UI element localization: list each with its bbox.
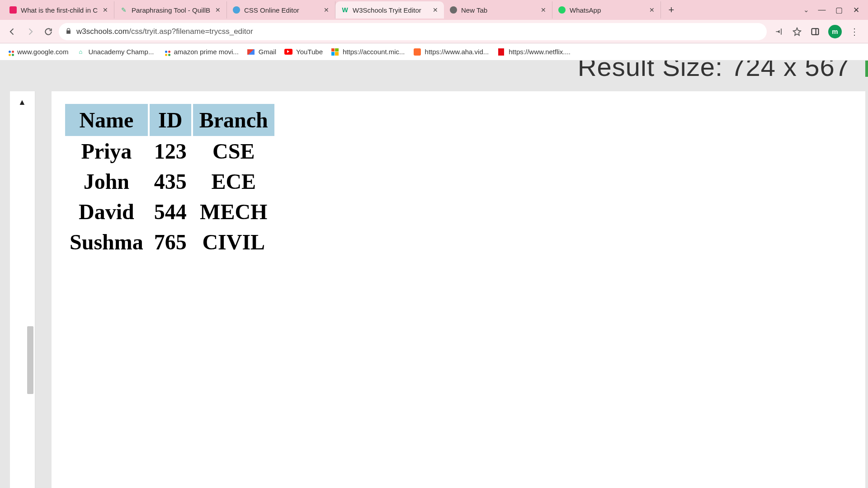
close-icon[interactable]: ✕ xyxy=(431,6,439,14)
cell-name: Priya xyxy=(65,136,148,166)
bookmark-amazon[interactable]: amazon prime movi... xyxy=(162,48,238,56)
google-icon xyxy=(5,48,14,56)
table-row: John 435 ECE xyxy=(65,166,274,197)
cell-id: 123 xyxy=(150,136,191,166)
result-table: Name ID Branch Priya 123 CSE John 435 EC… xyxy=(63,104,276,257)
svg-rect-0 xyxy=(812,28,819,34)
tab-firstchild[interactable]: What is the first-child in C ✕ xyxy=(4,1,114,19)
tab-bar: What is the first-child in C ✕ ✎ Paraphr… xyxy=(0,0,868,20)
netflix-icon xyxy=(497,48,505,56)
cell-name: David xyxy=(65,197,148,227)
favicon-icon xyxy=(558,6,566,14)
maximize-button[interactable]: ▢ xyxy=(835,5,844,14)
table-row: Priya 123 CSE xyxy=(65,136,274,166)
forward-button[interactable] xyxy=(23,24,38,39)
collapse-up-icon[interactable]: ▲ xyxy=(18,98,26,107)
cell-id: 435 xyxy=(150,166,191,197)
url-path: /css/tryit.asp?filename=trycss_editor xyxy=(129,27,253,36)
close-icon[interactable]: ✕ xyxy=(214,6,222,14)
bookmark-aha[interactable]: https://www.aha.vid... xyxy=(413,48,489,56)
scrollbar-thumb[interactable] xyxy=(865,61,868,77)
close-icon[interactable]: ✕ xyxy=(322,6,330,14)
minimize-button[interactable]: — xyxy=(817,5,826,14)
scrollbar-thumb[interactable] xyxy=(27,326,33,394)
col-branch: Branch xyxy=(193,104,274,136)
bookmark-label: Gmail xyxy=(259,48,276,56)
chevron-down-icon[interactable]: ⌄ xyxy=(803,6,809,14)
avatar[interactable]: m xyxy=(828,25,842,38)
lock-icon xyxy=(65,28,72,36)
bookmark-label: YouTube xyxy=(296,48,323,56)
back-button[interactable] xyxy=(5,24,20,39)
url-domain: w3schools.com xyxy=(76,27,129,36)
tab-title: W3Schools Tryit Editor xyxy=(353,6,428,14)
tab-title: WhatsApp xyxy=(570,6,644,14)
close-icon[interactable]: ✕ xyxy=(101,6,109,14)
editor-layout: ▲ Name ID Branch Priya 123 CSE xyxy=(10,91,865,488)
bookmark-label: www.google.com xyxy=(17,48,68,56)
tab-new[interactable]: New Tab ✕ xyxy=(444,1,552,19)
reload-button[interactable] xyxy=(41,24,56,39)
window-controls: ⌄ — ▢ ✕ xyxy=(803,5,868,14)
tab-w3schools[interactable]: W W3Schools Tryit Editor ✕ xyxy=(335,1,444,19)
table-row: David 544 MECH xyxy=(65,197,274,227)
tab-title: New Tab xyxy=(461,6,536,14)
table-header-row: Name ID Branch xyxy=(65,104,274,136)
unacademy-icon: ⌂ xyxy=(76,48,85,56)
bookmark-label: Unacademy Champ... xyxy=(88,48,154,56)
result-pane: Name ID Branch Priya 123 CSE John 435 EC… xyxy=(52,91,865,488)
tab-title: CSS Online Editor xyxy=(244,6,319,14)
favicon-icon xyxy=(9,6,17,14)
toolbar: w3schools.com/css/tryit.asp?filename=try… xyxy=(0,20,868,43)
url-text: w3schools.com/css/tryit.asp?filename=try… xyxy=(76,27,760,36)
share-icon[interactable] xyxy=(774,27,784,37)
menu-icon[interactable]: ⋮ xyxy=(850,26,859,37)
microsoft-icon xyxy=(331,48,339,56)
close-icon[interactable]: ✕ xyxy=(539,6,547,14)
sidepanel-icon[interactable] xyxy=(810,27,820,37)
col-id: ID xyxy=(150,104,191,136)
table-row: Sushma 765 CIVIL xyxy=(65,227,274,257)
cell-name: John xyxy=(65,166,148,197)
bookmark-label: https://account.mic... xyxy=(343,48,405,56)
bookmark-label: https://www.netflix.... xyxy=(509,48,571,56)
bookmark-gmail[interactable]: Gmail xyxy=(247,48,276,56)
cell-id: 544 xyxy=(150,197,191,227)
cell-branch: ECE xyxy=(193,166,274,197)
bookmark-google[interactable]: www.google.com xyxy=(5,48,68,56)
cell-branch: CIVIL xyxy=(193,227,274,257)
tab-title: Paraphrasing Tool - QuillB xyxy=(132,6,210,14)
cell-branch: MECH xyxy=(193,197,274,227)
page-content: Result Size: 724 x 567 ▲ Name ID Branch … xyxy=(0,61,868,488)
bookmark-unacademy[interactable]: ⌂ Unacademy Champ... xyxy=(76,48,154,56)
address-bar[interactable]: w3schools.com/css/tryit.asp?filename=try… xyxy=(59,23,767,40)
col-name: Name xyxy=(65,104,148,136)
cell-name: Sushma xyxy=(65,227,148,257)
youtube-icon xyxy=(284,48,292,56)
toolbar-right: m ⋮ xyxy=(769,25,863,38)
favicon-icon xyxy=(449,6,458,14)
bookmarks-bar: www.google.com ⌂ Unacademy Champ... amaz… xyxy=(0,43,868,61)
bookmark-microsoft[interactable]: https://account.mic... xyxy=(331,48,405,56)
google-icon xyxy=(162,48,170,56)
cell-branch: CSE xyxy=(193,136,274,166)
tab-css-editor[interactable]: CSS Online Editor ✕ xyxy=(227,1,335,19)
bookmark-youtube[interactable]: YouTube xyxy=(284,48,323,56)
favicon-icon xyxy=(232,6,241,14)
bookmark-label: amazon prime movi... xyxy=(174,48,238,56)
bookmark-star-icon[interactable] xyxy=(792,27,802,37)
gmail-icon xyxy=(247,48,255,56)
aha-icon xyxy=(413,48,421,56)
close-window-button[interactable]: ✕ xyxy=(852,5,861,14)
tab-quillbot[interactable]: ✎ Paraphrasing Tool - QuillB ✕ xyxy=(114,1,227,19)
favicon-icon: ✎ xyxy=(120,6,128,14)
cell-id: 765 xyxy=(150,227,191,257)
tab-title: What is the first-child in C xyxy=(21,6,98,14)
tab-whatsapp[interactable]: WhatsApp ✕ xyxy=(552,1,661,19)
close-icon[interactable]: ✕ xyxy=(648,6,656,14)
new-tab-button[interactable]: + xyxy=(665,3,678,17)
result-size-label: Result Size: 724 x 567 xyxy=(578,61,850,82)
bookmark-netflix[interactable]: https://www.netflix.... xyxy=(497,48,571,56)
bookmark-label: https://www.aha.vid... xyxy=(425,48,489,56)
favicon-icon: W xyxy=(341,6,349,14)
